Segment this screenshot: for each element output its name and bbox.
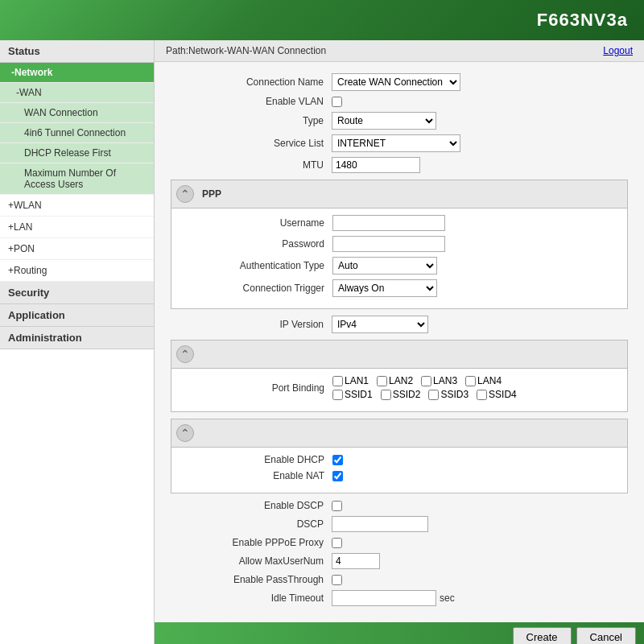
sidebar-item-lan[interactable]: +LAN <box>0 217 154 238</box>
lan3-item: LAN3 <box>421 375 457 386</box>
sidebar-status-header: Status <box>0 40 154 63</box>
mtu-input[interactable] <box>332 157 420 173</box>
ssid3-checkbox[interactable] <box>428 390 439 400</box>
ssid1-item: SSID1 <box>332 389 373 400</box>
conn-trigger-select[interactable]: Always On On Demand Manual <box>332 279 437 297</box>
sidebar-item-wlan[interactable]: +WLAN <box>0 195 154 217</box>
password-label: Password <box>171 238 332 250</box>
idle-timeout-row: Idle Timeout sec <box>171 590 628 606</box>
port-row-ssid: SSID1 SSID2 SSID3 SSID4 <box>332 389 517 400</box>
enable-nat-label: Enable NAT <box>171 470 332 481</box>
lan4-item: LAN4 <box>465 375 502 386</box>
max-user-row: Allow MaxUserNum <box>171 553 628 569</box>
enable-dscp-row: Enable DSCP <box>171 500 628 511</box>
enable-vlan-row: Enable VLAN <box>171 96 628 107</box>
lan4-checkbox[interactable] <box>465 376 476 386</box>
type-label: Type <box>171 115 332 126</box>
enable-vlan-checkbox[interactable] <box>332 97 342 107</box>
sidebar-security-header[interactable]: Security <box>0 282 154 304</box>
ssid2-checkbox[interactable] <box>381 390 391 400</box>
sidebar-item-pon[interactable]: +PON <box>0 238 154 260</box>
cancel-button[interactable]: Cancel <box>576 627 636 645</box>
connection-name-row: Connection Name Create WAN Connection <box>171 73 628 91</box>
enable-passthrough-checkbox[interactable] <box>332 575 342 585</box>
ppp-label: PPP <box>199 188 221 200</box>
sec-label: sec <box>440 592 455 604</box>
dhcp-content: Enable DHCP Enable NAT <box>171 448 627 493</box>
ppp-toggle[interactable]: ⌃ <box>176 185 194 203</box>
lan2-checkbox[interactable] <box>377 376 387 386</box>
port-row-lan: LAN1 LAN2 LAN3 LAN4 <box>332 375 517 386</box>
header: F663NV3a <box>0 0 644 40</box>
enable-pppoe-label: Enable PPPoE Proxy <box>171 537 332 548</box>
sidebar-item-wan[interactable]: -WAN <box>0 83 154 103</box>
auth-type-select[interactable]: Auto PAP CHAP <box>332 257 437 275</box>
lan1-item: LAN1 <box>332 375 369 386</box>
dhcp-header-row: ⌃ <box>171 419 627 448</box>
sidebar-item-wan-connection[interactable]: WAN Connection <box>0 103 154 123</box>
username-label: Username <box>171 217 332 229</box>
ssid4-checkbox[interactable] <box>477 390 487 400</box>
conn-trigger-label: Connection Trigger <box>171 283 332 294</box>
dhcp-section: ⌃ Enable DHCP Enable NAT <box>171 419 628 493</box>
username-row: Username <box>171 215 627 231</box>
port-binding-toggle[interactable]: ⌃ <box>176 345 194 363</box>
sidebar-item-routing[interactable]: +Routing <box>0 260 154 282</box>
idle-timeout-label: Idle Timeout <box>171 592 332 604</box>
password-input[interactable] <box>332 236 445 252</box>
sidebar-application-header[interactable]: Application <box>0 304 154 327</box>
mtu-row: MTU <box>171 157 628 173</box>
sidebar-item-max-users[interactable]: Maximum Number Of Access Users <box>0 163 154 195</box>
idle-timeout-group: sec <box>332 590 455 606</box>
password-row: Password <box>171 236 627 252</box>
port-binding-label: Port Binding <box>171 382 332 394</box>
enable-pppoe-checkbox[interactable] <box>332 538 342 548</box>
auth-type-row: Authentication Type Auto PAP CHAP <box>171 257 627 275</box>
create-button[interactable]: Create <box>513 627 572 645</box>
conn-trigger-row: Connection Trigger Always On On Demand M… <box>171 279 627 297</box>
ppp-header-row: ⌃ PPP <box>171 180 627 208</box>
ppp-section: ⌃ PPP Username Password Authentication T… <box>171 180 628 309</box>
idle-timeout-input[interactable] <box>332 590 436 606</box>
sidebar-item-dhcp[interactable]: DHCP Release First <box>0 143 154 163</box>
ip-version-row: IP Version IPv4 IPv6 IPv4/IPv6 <box>171 316 628 333</box>
username-input[interactable] <box>332 215 445 231</box>
type-select[interactable]: Route Bridge IPoE <box>332 112 436 130</box>
port-binding-content: Port Binding LAN1 LAN2 LAN3 <box>171 369 627 411</box>
lan3-checkbox[interactable] <box>421 376 431 386</box>
dscp-input[interactable] <box>332 516 428 532</box>
sidebar-item-tunnel[interactable]: 4in6 Tunnel Connection <box>0 123 154 143</box>
service-list-label: Service List <box>171 138 332 149</box>
enable-pppoe-row: Enable PPPoE Proxy <box>171 537 628 548</box>
service-list-row: Service List INTERNET TR069 VOIP <box>171 134 628 152</box>
ssid1-checkbox[interactable] <box>332 390 343 400</box>
enable-nat-checkbox[interactable] <box>332 471 343 481</box>
ip-version-select[interactable]: IPv4 IPv6 IPv4/IPv6 <box>332 316 428 333</box>
logout-link[interactable]: Logout <box>603 45 633 56</box>
enable-dscp-label: Enable DSCP <box>171 500 332 511</box>
dhcp-toggle[interactable]: ⌃ <box>176 424 194 442</box>
lan1-checkbox[interactable] <box>332 376 343 386</box>
enable-dhcp-row: Enable DHCP <box>171 454 627 465</box>
port-binding-row: Port Binding LAN1 LAN2 LAN3 <box>171 375 627 400</box>
main-layout: Status -Network -WAN WAN Connection 4in6… <box>0 40 644 644</box>
enable-dscp-checkbox[interactable] <box>332 501 342 511</box>
dscp-row: DSCP <box>171 516 628 532</box>
dscp-label: DSCP <box>171 518 332 530</box>
service-list-select[interactable]: INTERNET TR069 VOIP <box>332 134 460 152</box>
path-text: Path:Network-WAN-WAN Connection <box>166 45 326 56</box>
port-binding-header-row: ⌃ <box>171 341 627 369</box>
sidebar-admin-header[interactable]: Administration <box>0 327 154 349</box>
sidebar-item-network[interactable]: -Network <box>0 63 154 83</box>
ppp-content: Username Password Authentication Type Au… <box>171 208 627 308</box>
connection-name-select[interactable]: Create WAN Connection <box>332 73 460 91</box>
connection-name-label: Connection Name <box>171 76 332 88</box>
form-area: Connection Name Create WAN Connection En… <box>155 62 644 622</box>
max-user-input[interactable] <box>332 553 380 569</box>
ssid2-item: SSID2 <box>381 389 421 400</box>
footer-bar: Create Cancel <box>155 622 644 644</box>
max-user-label: Allow MaxUserNum <box>171 555 332 567</box>
enable-nat-row: Enable NAT <box>171 470 627 481</box>
ssid3-item: SSID3 <box>428 389 469 400</box>
enable-dhcp-checkbox[interactable] <box>332 455 343 465</box>
